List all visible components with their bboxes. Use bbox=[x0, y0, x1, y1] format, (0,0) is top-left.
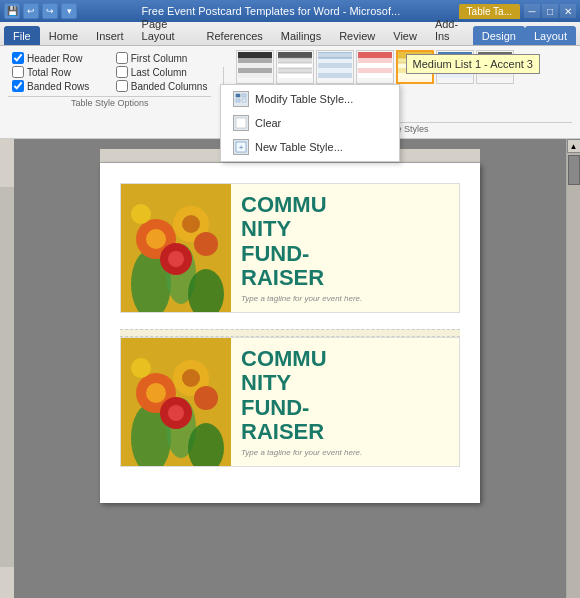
save-icon[interactable]: 💾 bbox=[4, 3, 20, 19]
postcard-2-image bbox=[121, 338, 231, 467]
clear-icon bbox=[233, 115, 249, 131]
tab-add-ins[interactable]: Add-Ins bbox=[426, 14, 473, 45]
tab-references[interactable]: References bbox=[198, 26, 272, 45]
tab-insert[interactable]: Insert bbox=[87, 26, 133, 45]
new-table-style-item[interactable]: + New Table Style... bbox=[221, 135, 399, 159]
window-controls[interactable]: ─ □ ✕ bbox=[524, 4, 576, 18]
modify-icon bbox=[233, 91, 249, 107]
scroll-track[interactable] bbox=[567, 153, 581, 598]
checkboxes-group: Header Row First Column Total Row Last C… bbox=[8, 50, 211, 94]
close-button[interactable]: ✕ bbox=[560, 4, 576, 18]
postcard-1: COMMU NITY FUND- RAISER Type a tagline f… bbox=[120, 183, 460, 313]
tab-page-layout[interactable]: Page Layout bbox=[133, 14, 198, 45]
svg-point-75 bbox=[168, 251, 184, 267]
undo-icon[interactable]: ↩ bbox=[23, 3, 39, 19]
new-table-style-label: New Table Style... bbox=[255, 141, 343, 153]
svg-rect-22 bbox=[358, 58, 392, 63]
banded-rows-checkbox[interactable] bbox=[12, 80, 24, 92]
menu-tabs-bar: File Home Insert Page Layout References … bbox=[0, 22, 580, 46]
svg-rect-17 bbox=[318, 68, 352, 73]
first-column-option[interactable]: First Column bbox=[116, 52, 208, 64]
svg-rect-23 bbox=[358, 63, 392, 68]
svg-rect-61 bbox=[236, 99, 240, 102]
svg-rect-3 bbox=[238, 68, 272, 73]
postcard-divider bbox=[120, 329, 460, 337]
clear-item[interactable]: Clear bbox=[221, 111, 399, 135]
svg-rect-5 bbox=[278, 52, 312, 58]
last-column-checkbox[interactable] bbox=[116, 66, 128, 78]
main-area: COMMU NITY FUND- RAISER Type a tagline f… bbox=[0, 139, 580, 598]
svg-rect-63 bbox=[236, 118, 246, 128]
total-row-option[interactable]: Total Row bbox=[12, 66, 104, 78]
total-row-checkbox[interactable] bbox=[12, 66, 24, 78]
svg-rect-1 bbox=[238, 58, 272, 63]
header-row-checkbox[interactable] bbox=[12, 52, 24, 64]
svg-rect-4 bbox=[238, 73, 272, 78]
banded-columns-checkbox[interactable] bbox=[116, 80, 128, 92]
redo-icon[interactable]: ↪ bbox=[42, 3, 58, 19]
modify-table-style-item[interactable]: Modify Table Style... bbox=[221, 87, 399, 111]
tab-view[interactable]: View bbox=[384, 26, 426, 45]
svg-rect-14 bbox=[318, 52, 352, 58]
table-style-2[interactable] bbox=[276, 50, 314, 84]
header-row-label: Header Row bbox=[27, 53, 83, 64]
tab-layout[interactable]: Layout bbox=[525, 26, 576, 45]
svg-rect-59 bbox=[236, 94, 240, 97]
banded-rows-option[interactable]: Banded Rows bbox=[12, 80, 104, 92]
postcard-2: COMMU NITY FUND- RAISER Type a tagline f… bbox=[120, 337, 460, 467]
postcard-1-text: COMMU NITY FUND- RAISER Type a tagline f… bbox=[231, 184, 459, 312]
scrollbar-right[interactable]: ▲ ▼ bbox=[566, 139, 580, 598]
banded-rows-label: Banded Rows bbox=[27, 81, 89, 92]
postcard-2-text: COMMU NITY FUND- RAISER Type a tagline f… bbox=[231, 338, 459, 466]
title-bar: 💾 ↩ ↪ ▾ Free Event Postcard Templates fo… bbox=[0, 0, 580, 22]
ribbon-content: Header Row First Column Total Row Last C… bbox=[0, 46, 580, 138]
svg-text:+: + bbox=[239, 143, 244, 152]
svg-point-71 bbox=[146, 229, 166, 249]
svg-rect-2 bbox=[238, 63, 272, 68]
maximize-button[interactable]: □ bbox=[542, 4, 558, 18]
svg-point-88 bbox=[194, 386, 218, 410]
svg-rect-8 bbox=[278, 68, 312, 73]
last-column-option[interactable]: Last Column bbox=[116, 66, 208, 78]
tab-design[interactable]: Design bbox=[473, 26, 525, 45]
postcard-1-tagline: Type a tagline for your event here. bbox=[241, 294, 449, 303]
svg-rect-7 bbox=[278, 63, 312, 68]
svg-rect-16 bbox=[318, 63, 352, 68]
svg-rect-24 bbox=[358, 68, 392, 73]
svg-point-83 bbox=[146, 383, 166, 403]
tab-file[interactable]: File bbox=[4, 26, 40, 45]
tab-review[interactable]: Review bbox=[330, 26, 384, 45]
minimize-button[interactable]: ─ bbox=[524, 4, 540, 18]
tab-mailings[interactable]: Mailings bbox=[272, 26, 330, 45]
svg-point-85 bbox=[182, 369, 200, 387]
modify-table-style-label: Modify Table Style... bbox=[255, 93, 353, 105]
svg-rect-15 bbox=[318, 58, 352, 63]
document-area: COMMU NITY FUND- RAISER Type a tagline f… bbox=[14, 139, 566, 598]
ruler-left bbox=[0, 139, 14, 598]
banded-columns-option[interactable]: Banded Columns bbox=[116, 80, 208, 92]
tab-home[interactable]: Home bbox=[40, 26, 87, 45]
tooltip-text: Medium List 1 - Accent 3 bbox=[413, 58, 533, 70]
table-style-1[interactable] bbox=[236, 50, 274, 84]
postcard-1-title: COMMU NITY FUND- RAISER bbox=[241, 193, 449, 290]
clear-label: Clear bbox=[255, 117, 281, 129]
header-row-option[interactable]: Header Row bbox=[12, 52, 104, 64]
dropdown-arrow-icon[interactable]: ▾ bbox=[61, 3, 77, 19]
scroll-up-button[interactable]: ▲ bbox=[567, 139, 581, 153]
svg-rect-18 bbox=[318, 73, 352, 78]
first-column-label: First Column bbox=[131, 53, 188, 64]
svg-point-87 bbox=[168, 405, 184, 421]
svg-rect-60 bbox=[242, 94, 246, 97]
table-style-options-section: Header Row First Column Total Row Last C… bbox=[8, 50, 211, 108]
quick-access-toolbar[interactable]: 💾 ↩ ↪ ▾ bbox=[4, 3, 77, 19]
new-style-icon: + bbox=[233, 139, 249, 155]
style-tooltip: Medium List 1 - Accent 3 bbox=[406, 54, 540, 74]
table-style-4[interactable] bbox=[356, 50, 394, 84]
postcard-2-title: COMMU NITY FUND- RAISER bbox=[241, 347, 449, 444]
svg-rect-21 bbox=[358, 52, 392, 58]
document-page: COMMU NITY FUND- RAISER Type a tagline f… bbox=[100, 163, 480, 503]
table-style-3[interactable] bbox=[316, 50, 354, 84]
svg-point-77 bbox=[131, 204, 151, 224]
svg-rect-25 bbox=[358, 73, 392, 78]
first-column-checkbox[interactable] bbox=[116, 52, 128, 64]
